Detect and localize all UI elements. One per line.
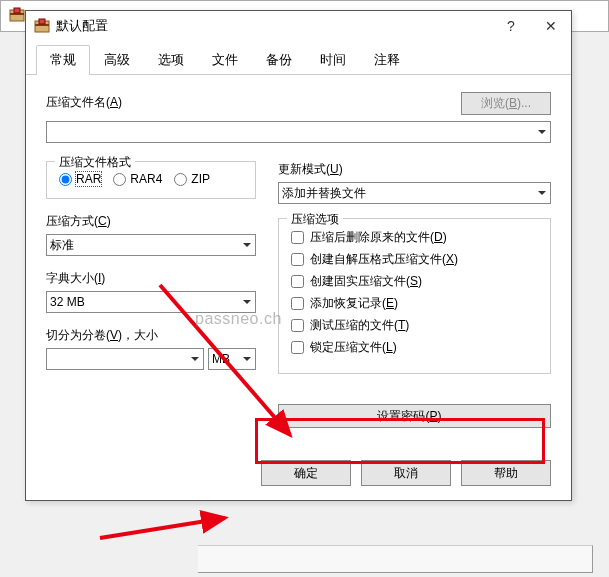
set-password-button[interactable]: 设置密码(P)... — [278, 404, 551, 428]
tab-backup[interactable]: 备份 — [252, 45, 306, 74]
update-mode-select[interactable] — [278, 182, 551, 204]
ok-button[interactable]: 确定 — [261, 460, 351, 486]
background-strip — [198, 545, 593, 573]
compression-method-select[interactable] — [46, 234, 256, 256]
titlebar: 默认配置 ? ✕ — [26, 11, 571, 41]
update-mode-label: 更新模式(U) — [278, 161, 551, 178]
tab-time[interactable]: 时间 — [306, 45, 360, 74]
dictionary-size-label: 字典大小(I) — [46, 270, 256, 287]
archive-name-label: 压缩文件名(A) — [46, 94, 451, 111]
format-group-title: 压缩文件格式 — [55, 154, 135, 171]
svg-line-7 — [100, 518, 225, 538]
dialog-title: 默认配置 — [56, 17, 491, 35]
tab-advanced[interactable]: 高级 — [90, 45, 144, 74]
help-button[interactable]: ? — [491, 11, 531, 41]
option-recovery[interactable]: 添加恢复记录(E) — [291, 295, 538, 312]
tab-comment[interactable]: 注释 — [360, 45, 414, 74]
close-button[interactable]: ✕ — [531, 11, 571, 41]
radio-rar4[interactable]: RAR4 — [113, 172, 162, 186]
svg-rect-2 — [14, 8, 20, 13]
options-group-title: 压缩选项 — [287, 211, 343, 228]
browse-button[interactable]: 浏览(B)... — [461, 92, 551, 115]
dictionary-size-select[interactable] — [46, 291, 256, 313]
default-profile-dialog: 默认配置 ? ✕ 常规 高级 选项 文件 备份 时间 注释 压缩文件名(A) 浏… — [25, 10, 572, 501]
help-button-bottom[interactable]: 帮助 — [461, 460, 551, 486]
option-solid[interactable]: 创建固实压缩文件(S) — [291, 273, 538, 290]
tab-general[interactable]: 常规 — [36, 45, 90, 74]
split-size-input[interactable] — [46, 348, 204, 370]
tab-bar: 常规 高级 选项 文件 备份 时间 注释 — [26, 41, 571, 75]
option-sfx[interactable]: 创建自解压格式压缩文件(X) — [291, 251, 538, 268]
winrar-icon — [34, 18, 50, 34]
winrar-icon — [9, 7, 25, 23]
tab-options[interactable]: 选项 — [144, 45, 198, 74]
dialog-body: 压缩文件名(A) 浏览(B)... 压缩文件格式 RAR RAR4 ZIP — [26, 74, 571, 448]
option-delete-after[interactable]: 压缩后删除原来的文件(D) — [291, 229, 538, 246]
option-lock[interactable]: 锁定压缩文件(L) — [291, 339, 538, 356]
radio-rar[interactable]: RAR — [59, 172, 101, 186]
tab-files[interactable]: 文件 — [198, 45, 252, 74]
option-test[interactable]: 测试压缩的文件(T) — [291, 317, 538, 334]
compression-method-label: 压缩方式(C) — [46, 213, 256, 230]
cancel-button[interactable]: 取消 — [361, 460, 451, 486]
split-unit-select[interactable] — [208, 348, 256, 370]
dialog-button-bar: 确定 取消 帮助 — [26, 448, 571, 500]
annotation-arrow-2 — [95, 508, 235, 543]
archive-name-input[interactable] — [46, 121, 551, 143]
split-volumes-label: 切分为分卷(V)，大小 — [46, 327, 256, 344]
svg-rect-5 — [39, 19, 45, 24]
radio-zip[interactable]: ZIP — [174, 172, 210, 186]
